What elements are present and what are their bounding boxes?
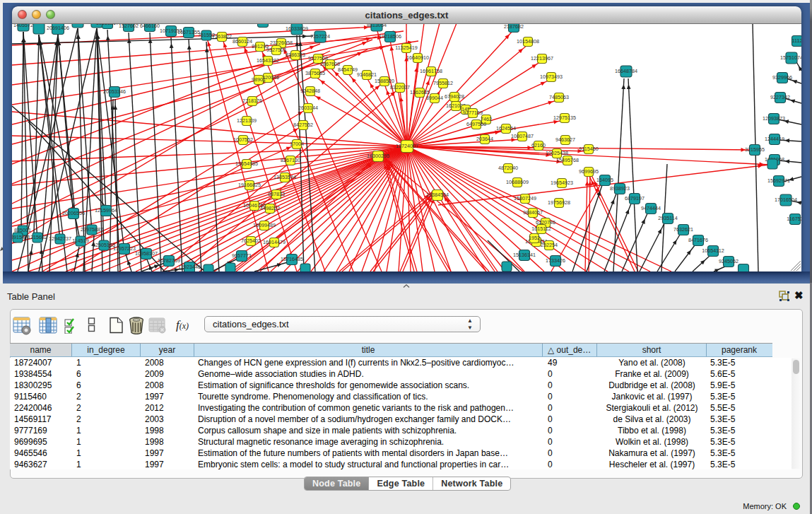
svg-text:19654985: 19654985 (235, 160, 258, 167)
svg-text:20691406: 20691406 (47, 25, 69, 31)
svg-text:8813054: 8813054 (367, 23, 387, 28)
svg-text:16543382: 16543382 (257, 57, 279, 64)
svg-text:116753: 116753 (787, 216, 801, 222)
svg-text:7625402: 7625402 (241, 238, 261, 244)
svg-text:6466160: 6466160 (140, 23, 160, 29)
svg-text:8267130: 8267130 (281, 157, 300, 163)
svg-text:8186323: 8186323 (286, 52, 305, 58)
svg-text:9115460: 9115460 (579, 146, 598, 152)
svg-text:19756928: 19756928 (548, 199, 570, 206)
svg-text:8938923: 8938923 (610, 185, 630, 192)
svg-text:9463627: 9463627 (555, 136, 575, 143)
svg-text:12505135: 12505135 (93, 242, 115, 248)
svg-text:11325419: 11325419 (395, 45, 417, 51)
svg-text:12159964: 12159964 (95, 207, 117, 214)
svg-text:4872040: 4872040 (498, 165, 518, 171)
svg-text:8660124: 8660124 (233, 38, 252, 45)
svg-text:15807249: 15807249 (514, 195, 536, 201)
svg-text:3215955: 3215955 (745, 146, 765, 153)
svg-text:15692971: 15692971 (767, 177, 790, 184)
svg-text:15716485: 15716485 (281, 256, 303, 262)
svg-text:2603144: 2603144 (298, 105, 318, 111)
svg-text:203644: 203644 (476, 136, 493, 142)
svg-text:13353594: 13353594 (273, 174, 296, 180)
svg-text:19654923: 19654923 (551, 180, 573, 186)
svg-text:1007552: 1007552 (233, 136, 253, 143)
svg-text:114519: 114519 (72, 238, 88, 244)
svg-text:8471676: 8471676 (688, 237, 708, 243)
svg-text:9329966: 9329966 (772, 74, 792, 81)
svg-text:3875685: 3875685 (305, 70, 325, 76)
svg-text:887833: 887833 (268, 191, 285, 197)
svg-text:10973493: 10973493 (540, 74, 563, 80)
svg-text:8454749: 8454749 (338, 66, 358, 73)
svg-text:23975887: 23975887 (81, 226, 103, 233)
svg-text:16671355: 16671355 (177, 29, 200, 35)
svg-text:12093873: 12093873 (763, 115, 785, 122)
svg-text:19384554: 19384554 (426, 192, 449, 198)
svg-text:15751074: 15751074 (780, 54, 801, 61)
svg-text:7163822: 7163822 (212, 33, 232, 40)
svg-text:16033809: 16033809 (286, 25, 308, 32)
svg-text:9474444: 9474444 (641, 205, 661, 211)
svg-text:16961758: 16961758 (420, 68, 442, 74)
svg-text:98901: 98901 (252, 76, 266, 83)
svg-text:19166825: 19166825 (238, 182, 261, 188)
svg-text:252254: 252254 (541, 242, 558, 248)
svg-text:12975135: 12975135 (553, 115, 576, 121)
svg-text:7485063: 7485063 (549, 94, 569, 100)
svg-text:7357224: 7357224 (310, 33, 330, 40)
svg-text:1405572: 1405572 (13, 23, 33, 28)
svg-text:16640910: 16640910 (406, 54, 429, 61)
svg-text:9777169: 9777169 (463, 110, 483, 116)
svg-text:4498222: 4498222 (260, 205, 280, 211)
svg-text:899044: 899044 (426, 95, 443, 101)
svg-text:17957223: 17957223 (113, 245, 136, 252)
svg-text:10958107: 10958107 (135, 250, 158, 257)
svg-text:1615112: 1615112 (531, 226, 551, 232)
svg-text:2935114: 2935114 (658, 215, 677, 221)
svg-text:12942737: 12942737 (49, 235, 71, 242)
svg-text:1588520: 1588520 (375, 78, 394, 84)
svg-text:1952: 1952 (529, 235, 540, 241)
svg-text:1215682: 1215682 (28, 234, 47, 240)
svg-text:10154808: 10154808 (517, 38, 539, 45)
svg-text:1527602: 1527602 (119, 23, 139, 29)
svg-text:2867608: 2867608 (320, 61, 340, 67)
svg-text:1733426: 1733426 (546, 257, 565, 264)
svg-text:9146821: 9146821 (357, 71, 377, 78)
svg-text:6497568: 6497568 (466, 121, 486, 127)
svg-text:6794028: 6794028 (445, 93, 464, 100)
svg-text:16782759: 16782759 (158, 257, 180, 264)
svg-text:10688609: 10688609 (506, 179, 529, 185)
svg-text:17016504: 17016504 (775, 197, 797, 203)
svg-text:9657771: 9657771 (232, 252, 252, 259)
svg-text:16099489: 16099489 (253, 222, 276, 228)
svg-text:12213967: 12213967 (531, 55, 553, 62)
svg-text:9884067: 9884067 (523, 209, 543, 216)
svg-text:15136141: 15136141 (513, 252, 536, 258)
svg-text:9227342: 9227342 (770, 94, 790, 100)
svg-text:18724007: 18724007 (396, 143, 418, 149)
svg-text:16914479: 16914479 (263, 239, 286, 245)
svg-text:10807487: 10807487 (511, 133, 534, 139)
svg-text:16648784: 16648784 (615, 68, 637, 74)
svg-text:1221339: 1221339 (237, 117, 257, 124)
svg-text:7632621: 7632621 (673, 226, 693, 233)
svg-text:8322037: 8322037 (390, 84, 410, 90)
svg-text:9327503: 9327503 (266, 47, 286, 53)
svg-text:7955812: 7955812 (433, 80, 453, 86)
svg-text:10654112: 10654112 (702, 247, 724, 254)
svg-text:1624554: 1624554 (496, 125, 516, 132)
svg-text:62160: 62160 (531, 142, 546, 148)
svg-text:9699695: 9699695 (579, 168, 599, 175)
svg-text:15495768: 15495768 (556, 157, 579, 163)
svg-text:1112: 1112 (792, 37, 801, 44)
svg-text:2718176: 2718176 (242, 98, 262, 104)
svg-text:20053346: 20053346 (103, 88, 126, 95)
svg-text:164095: 164095 (596, 177, 613, 183)
svg-text:19218506: 19218506 (379, 33, 401, 40)
svg-text:9245052: 9245052 (719, 258, 739, 264)
svg-text:12923446: 12923446 (178, 264, 201, 270)
svg-text:1244419: 1244419 (765, 136, 784, 142)
